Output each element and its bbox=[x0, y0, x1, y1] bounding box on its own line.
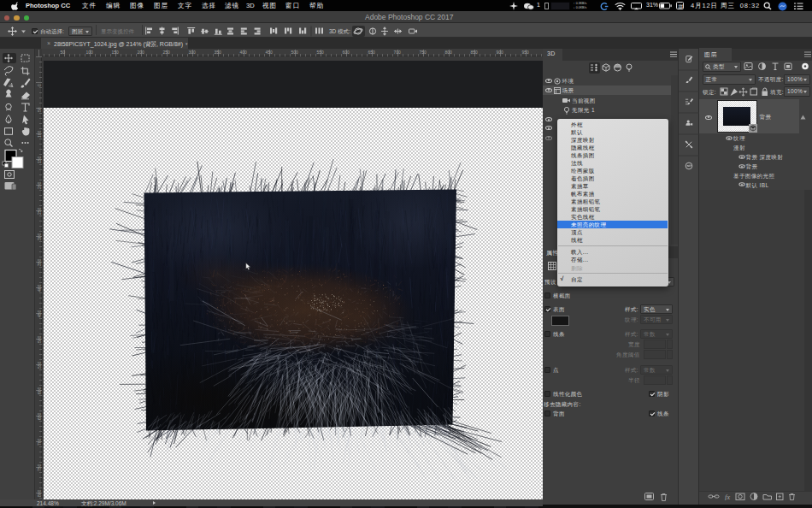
svg-text:fx: fx bbox=[725, 493, 731, 501]
